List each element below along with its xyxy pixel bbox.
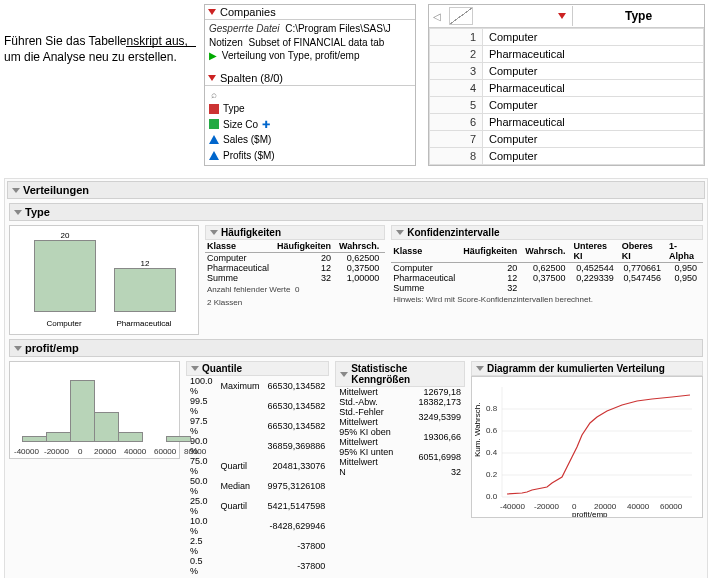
continuous-icon (209, 135, 219, 144)
annotation-pointer (126, 46, 196, 75)
columns-search[interactable] (209, 88, 415, 101)
bar-value: 12 (115, 259, 175, 268)
annotation-text: Führen Sie das Tabellenskript aus, um di… (4, 4, 204, 166)
column-header-type[interactable]: Type (572, 6, 704, 26)
distributions-report: Verteilungen Type 20 12 Computer Pharmac… (4, 178, 708, 578)
ci-header[interactable]: Konfidenzintervalle (391, 225, 703, 240)
bar-category: Pharmaceutical (104, 319, 184, 328)
row-number[interactable]: 6 (430, 114, 483, 131)
profitemp-section-header[interactable]: profit/emp (9, 339, 703, 357)
column-item[interactable]: Sales ($M) (209, 132, 411, 148)
quantiles-table: 100.0 %Maximum66530,13458299.5 %66530,13… (186, 376, 329, 578)
continuous-icon (209, 151, 219, 160)
cell-type[interactable]: Computer (483, 131, 704, 148)
row-number[interactable]: 7 (430, 131, 483, 148)
row-number[interactable]: 4 (430, 80, 483, 97)
svg-text:0.6: 0.6 (486, 426, 498, 435)
svg-text:-40000: -40000 (500, 502, 525, 511)
data-table-panel: ◁ Type 1Computer2Pharmaceutical3Computer… (428, 4, 705, 166)
rows-cols-corner[interactable] (449, 7, 473, 25)
type-section-header[interactable]: Type (9, 203, 703, 221)
bar-value: 20 (35, 231, 95, 240)
cdf-y-label: Kum. Wahrsch. (473, 403, 482, 457)
distributions-header[interactable]: Verteilungen (7, 181, 705, 199)
cell-type[interactable]: Computer (483, 97, 704, 114)
cell-type[interactable]: Pharmaceutical (483, 114, 704, 131)
svg-text:0.4: 0.4 (486, 448, 498, 457)
cell-type[interactable]: Pharmaceutical (483, 80, 704, 97)
notes-value: Subset of FINANCIAL data tab (248, 37, 384, 48)
nominal-icon (209, 104, 219, 114)
cdf-chart: 0.00.20.4 0.60.8 -40000-200000 200004000… (471, 376, 703, 518)
cell-type[interactable]: Computer (483, 63, 704, 80)
quantiles-header[interactable]: Quantile (186, 361, 329, 376)
svg-text:0.8: 0.8 (486, 404, 498, 413)
file-path: C:\Program Files\SAS\J (285, 23, 391, 34)
svg-text:60000: 60000 (660, 502, 683, 511)
svg-text:40000: 40000 (627, 502, 650, 511)
stats-header[interactable]: Statistische Kenngrößen (335, 361, 465, 387)
cell-type[interactable]: Pharmaceutical (483, 46, 704, 63)
svg-text:0.2: 0.2 (486, 470, 498, 479)
columns-panel-header[interactable]: Spalten (8/0) (205, 71, 415, 86)
bar-category: Computer (34, 319, 94, 328)
cdf-header[interactable]: Diagramm der kumulierten Verteilung (471, 361, 703, 376)
ci-note: Hinweis: Wird mit Score-Konfidenzinterva… (391, 293, 703, 306)
freq-header[interactable]: Häufigkeiten (205, 225, 385, 240)
svg-text:-20000: -20000 (534, 502, 559, 511)
table-script-row[interactable]: ▶ Verteilung von Type, profit/emp (209, 49, 411, 63)
cell-type[interactable]: Computer (483, 148, 704, 165)
row-number[interactable]: 2 (430, 46, 483, 63)
profitemp-histogram: -40000 -20000 0 20000 40000 60000 80000 (9, 361, 180, 459)
disclosure-icon (208, 75, 216, 81)
script-name: Verteilung von Type, profit/emp (222, 50, 360, 61)
cdf-x-label: profit/emp (572, 510, 608, 517)
row-number[interactable]: 3 (430, 63, 483, 80)
columns-title: Spalten (8/0) (220, 72, 283, 84)
type-bar-chart: 20 12 Computer Pharmaceutical (9, 225, 199, 335)
svg-text:0.0: 0.0 (486, 492, 498, 501)
column-item[interactable]: Size Co ✚ (209, 117, 411, 133)
row-number[interactable]: 8 (430, 148, 483, 165)
notes-label: Notizen (209, 37, 243, 48)
side-panels: Companies Gesperrte Datei C:\Program Fil… (204, 4, 416, 166)
prev-icon[interactable]: ◁ (433, 11, 441, 22)
freq-table: KlasseHäufigkeitenWahrsch. Computer200,6… (205, 240, 385, 283)
companies-panel-body: Gesperrte Datei C:\Program Files\SAS\J N… (205, 20, 415, 65)
locked-label: Gesperrte Datei (209, 23, 280, 34)
cell-type[interactable]: Computer (483, 29, 704, 46)
row-number[interactable]: 1 (430, 29, 483, 46)
ci-table: KlasseHäufigkeitenWahrsch.Unteres KIOber… (391, 240, 703, 293)
menu-icon[interactable] (558, 13, 566, 19)
data-table: 1Computer2Pharmaceutical3Computer4Pharma… (429, 28, 704, 165)
column-item[interactable]: Type (209, 101, 411, 117)
companies-title: Companies (220, 6, 276, 18)
disclosure-icon (208, 9, 216, 15)
run-icon: ▶ (209, 50, 217, 61)
ordinal-icon (209, 119, 219, 129)
columns-panel-body: Type Size Co ✚ Sales ($M) Profits ($M) (205, 86, 415, 166)
column-item[interactable]: Profits ($M) (209, 148, 411, 164)
companies-panel-header[interactable]: Companies (205, 5, 415, 20)
row-number[interactable]: 5 (430, 97, 483, 114)
stats-table: Mittelwert12679,18Std.-Abw.18382,173Std.… (335, 387, 465, 477)
